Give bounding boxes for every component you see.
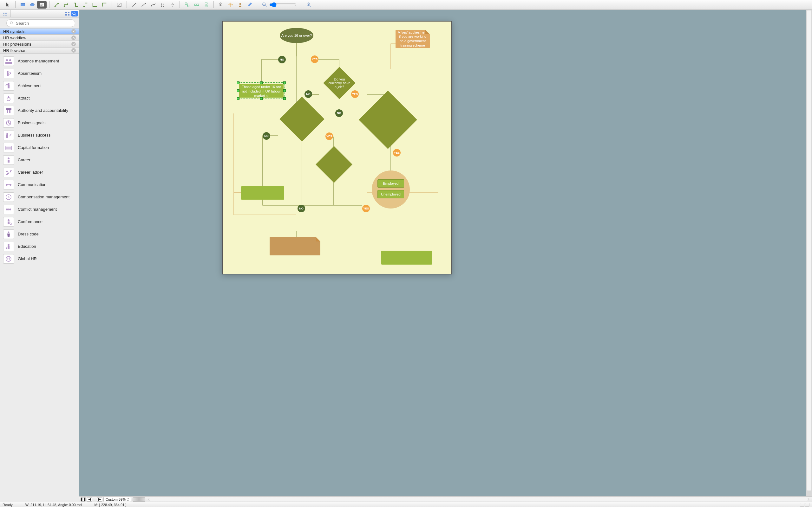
library-item[interactable]: Absenteeism (0, 67, 79, 79)
library-item[interactable]: Authority and accountability (0, 104, 79, 117)
badge-yes-4[interactable]: YES (393, 149, 401, 157)
close-icon[interactable]: ✕ (71, 29, 76, 34)
text-shape-button[interactable] (37, 1, 47, 9)
close-icon[interactable]: ✕ (71, 36, 76, 40)
curve-1-button[interactable] (148, 1, 158, 9)
library-item[interactable]: Career ladder (0, 166, 79, 178)
chain-tool-button[interactable] (114, 1, 124, 9)
status-corner-1[interactable] (800, 503, 804, 507)
library-item[interactable]: Dress code (0, 228, 79, 240)
right-panel-collapsed[interactable] (806, 10, 812, 496)
page-next-button[interactable]: ▶ (97, 497, 102, 502)
zoom-in-button[interactable] (216, 1, 226, 9)
flow-status-circle[interactable] (372, 170, 410, 209)
badge-no-5[interactable]: NO (298, 205, 305, 212)
tree-h-button[interactable] (158, 1, 167, 9)
search-tab-icon[interactable] (71, 11, 78, 16)
library-item[interactable]: Education (0, 240, 79, 252)
library-item[interactable]: $ Compensation management (0, 191, 79, 203)
stamp-button[interactable] (235, 1, 245, 9)
library-item[interactable]: Conformance (0, 216, 79, 228)
library-item[interactable]: Business success (0, 129, 79, 141)
connector-2-button[interactable] (61, 1, 71, 9)
page-prev-button[interactable]: ◀ (87, 497, 92, 502)
library-header[interactable]: HR flowchart ✕ (0, 47, 79, 54)
svg-rect-37 (8, 160, 9, 163)
library-item[interactable]: Communication (0, 178, 79, 191)
library-item-icon (3, 242, 14, 251)
flow-start[interactable]: Are you 16 or over? (280, 28, 313, 43)
pages-toggle-button[interactable]: ❚❚ (81, 497, 86, 502)
library-item[interactable]: Global HR (0, 252, 79, 265)
search-input[interactable] (16, 21, 72, 26)
library-item[interactable]: Conflict management (0, 203, 79, 216)
library-item-label: Career ladder (18, 170, 43, 175)
library-item[interactable]: Achievement (0, 79, 79, 92)
edit-tool-button[interactable] (245, 1, 254, 9)
horizontal-scrollbar[interactable] (148, 498, 809, 501)
library-item[interactable]: Attract (0, 92, 79, 104)
tree-v-button[interactable] (167, 1, 177, 9)
svg-rect-46 (8, 222, 9, 224)
close-icon[interactable]: ✕ (71, 48, 76, 53)
status-bar: Ready W: 211.19, H: 64.48, Angle: 0.00 r… (0, 502, 812, 507)
flow-diamond-right[interactable] (359, 91, 417, 149)
align-2-button[interactable] (192, 1, 201, 9)
library-item-icon (3, 254, 14, 264)
grid-view-icon[interactable] (64, 11, 71, 16)
zoom-in-slider-button[interactable] (304, 1, 314, 9)
svg-rect-0 (21, 3, 25, 6)
badge-no-2[interactable]: NO (305, 90, 312, 98)
flow-diamond-mid[interactable] (316, 146, 352, 183)
flow-under16[interactable]: Those aged under 16 are not included in … (239, 83, 284, 98)
canvas[interactable]: Are you 16 or over? A 'yes' applies here… (79, 10, 812, 496)
library-header-label: HR flowchart (3, 48, 27, 53)
connector-5-button[interactable] (90, 1, 100, 9)
badge-no-3[interactable]: NO (335, 109, 343, 117)
library-item[interactable]: Absence management (0, 55, 79, 67)
pan-button[interactable] (226, 1, 235, 9)
connector-3-button[interactable] (71, 1, 81, 9)
vertical-scrollbar[interactable] (807, 10, 811, 491)
flow-rect-green-1[interactable] (241, 186, 284, 200)
zoom-out-slider-button[interactable] (260, 1, 269, 9)
flow-note-right[interactable]: A 'yes' applies here if you are working … (396, 30, 430, 48)
library-item[interactable]: Business goals (0, 117, 79, 129)
line-1-button[interactable] (130, 1, 139, 9)
flow-rect-green-2[interactable] (381, 250, 432, 265)
badge-yes-3[interactable]: YES (325, 132, 333, 140)
zoom-slider[interactable] (269, 2, 304, 7)
rect-shape-button[interactable] (18, 1, 28, 9)
ellipse-shape-button[interactable] (28, 1, 37, 9)
flow-rect-tan[interactable] (270, 237, 320, 256)
badge-no-1[interactable]: NO (278, 56, 286, 63)
flow-unemployed[interactable]: Unemployed (377, 190, 404, 199)
library-item-icon (3, 130, 14, 140)
align-3-button[interactable] (201, 1, 211, 9)
library-header[interactable]: HR workflow ✕ (0, 35, 79, 41)
badge-yes-1[interactable]: YES (311, 55, 318, 63)
status-corner-2[interactable] (805, 503, 809, 507)
flow-have-job[interactable]: Do you currently have a job? (323, 67, 356, 99)
close-icon[interactable]: ✕ (71, 42, 76, 46)
align-1-button[interactable] (183, 1, 192, 9)
page[interactable]: Are you 16 or over? A 'yes' applies here… (222, 21, 452, 274)
pointer-tool-button[interactable] (3, 1, 13, 9)
view-mode-segment[interactable] (133, 497, 145, 502)
line-2-button[interactable] (139, 1, 148, 9)
connector-1-button[interactable] (52, 1, 61, 9)
badge-yes-2[interactable]: YES (351, 90, 359, 98)
flow-diamond-left[interactable] (280, 97, 324, 141)
library-tree-icon[interactable] (2, 11, 8, 16)
library-header[interactable]: HR symbols ✕ (0, 28, 79, 35)
library-item[interactable]: Capital formation (0, 141, 79, 154)
library-item[interactable]: Career (0, 154, 79, 166)
connector-4-button[interactable] (81, 1, 90, 9)
flow-employed[interactable]: Employed (377, 179, 404, 187)
badge-no-4[interactable]: NO (263, 132, 270, 140)
connector-6-button[interactable] (100, 1, 109, 9)
badge-yes-5[interactable]: YES (362, 205, 370, 212)
svg-rect-16 (68, 12, 69, 13)
zoom-combo[interactable]: Custom 59% (103, 497, 131, 502)
library-header[interactable]: HR professions ✕ (0, 41, 79, 47)
